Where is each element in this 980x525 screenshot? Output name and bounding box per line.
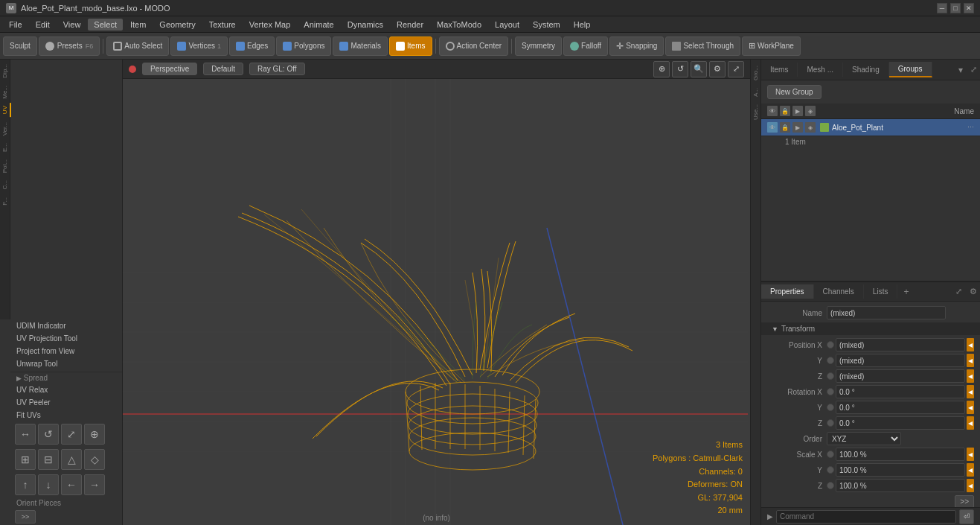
symmetry-button[interactable]: Symmetry [515,36,562,56]
command-run-button[interactable]: ⏎ [959,509,974,524]
prop-tab-lists[interactable]: Lists [864,284,898,299]
pos-y-arrow[interactable]: ◀ [967,354,974,367]
scale-y-input[interactable] [836,463,965,477]
edges-button[interactable]: Edges [229,36,275,56]
auto-select-button[interactable]: Auto Select [106,36,169,56]
menu-texture[interactable]: Texture [203,19,242,31]
tool-icon-b[interactable]: ⊟ [38,449,59,470]
menu-system[interactable]: System [527,19,566,31]
rot-y-arrow[interactable]: ◀ [967,401,974,414]
item-render-icon[interactable]: ▶ [792,122,803,133]
window-controls[interactable]: ─ □ ✕ [937,3,974,13]
menu-help[interactable]: Help [568,19,597,31]
tool-icon-d[interactable]: ◇ [84,449,105,470]
tab-maximize-icon[interactable]: ⤢ [967,62,980,77]
vp-tool-select[interactable]: ⊕ [653,61,670,77]
sculpt-button[interactable]: Sculpt [3,36,37,56]
tool-project-from-view[interactable]: Project from View [10,345,122,357]
vp-tool-settings[interactable]: ⚙ [709,61,726,77]
polygons-button[interactable]: Polygons [276,36,331,56]
command-input[interactable] [776,510,956,524]
rot-x-arrow[interactable]: ◀ [967,385,974,398]
props-expand-button[interactable]: >> [955,495,974,507]
item-eye-icon[interactable]: 👁 [767,122,778,133]
prop-settings-icon[interactable]: ⚙ [967,284,980,299]
tool-icon-right[interactable]: → [84,474,105,495]
rot-z-input[interactable] [836,416,965,430]
pos-y-input[interactable] [836,354,965,367]
groups-item-row[interactable]: 👁 🔒 ▶ ◈ Aloe_Pot_Plant ⋯ [761,119,980,136]
tool-icon-left[interactable]: ← [61,474,82,495]
pos-x-arrow[interactable]: ◀ [967,338,974,351]
name-input[interactable] [827,306,946,319]
strip-c[interactable]: C... [0,177,10,192]
tool-icon-rotate[interactable]: ↺ [38,424,59,445]
menu-render[interactable]: Render [391,19,429,31]
minimize-button[interactable]: ─ [937,3,947,13]
tool-icon-scale[interactable]: ⤢ [61,424,82,445]
pos-z-input[interactable] [836,369,965,383]
menu-maxtomodo[interactable]: MaxToModo [431,19,487,31]
vps-use[interactable]: Use... [752,101,760,123]
tool-icon-c[interactable]: △ [61,449,82,470]
tool-uv-relax[interactable]: UV Relax [10,384,122,396]
menu-animate[interactable]: Animate [298,19,339,31]
tab-groups[interactable]: Groups [889,62,932,77]
scale-z-arrow[interactable]: ◀ [967,479,974,492]
menu-geometry[interactable]: Geometry [153,19,201,31]
icon-eye[interactable]: 👁 [767,106,778,116]
tool-icon-up[interactable]: ↑ [15,474,36,495]
menu-layout[interactable]: Layout [489,19,525,31]
pos-z-arrow[interactable]: ◀ [967,369,974,383]
icon-vis[interactable]: ◈ [805,106,816,116]
prop-expand-icon[interactable]: ⤢ [951,284,967,299]
pos-x-input[interactable] [836,338,965,351]
raygl-button[interactable]: Ray GL: Off [249,63,305,75]
menu-item[interactable]: Item [124,19,152,31]
presets-button[interactable]: Presets F6 [39,36,100,56]
scale-z-input[interactable] [836,479,965,492]
tool-unwrap[interactable]: Unwrap Tool [10,357,122,370]
scale-x-input[interactable] [836,448,965,461]
strip-pol[interactable]: Pol... [0,156,10,176]
tool-icon-transform[interactable]: ⊕ [84,424,105,445]
icon-lock[interactable]: 🔒 [780,106,790,116]
items-button[interactable]: Items [389,36,432,56]
strip-me[interactable]: Me... [0,83,10,102]
materials-button[interactable]: Materials [333,36,388,56]
new-group-button[interactable]: New Group [767,85,822,99]
tool-uv-peeler[interactable]: UV Peeler [10,396,122,409]
snapping-button[interactable]: ✛ Snapping [609,36,664,56]
viewport[interactable]: Perspective Default Ray GL: Off ⊕ ↺ 🔍 ⚙ … [123,60,750,525]
perspective-button[interactable]: Perspective [142,63,197,75]
rot-x-input[interactable] [836,385,965,398]
maximize-button[interactable]: □ [950,3,961,13]
select-through-button[interactable]: Select Through [665,36,740,56]
vp-tool-expand[interactable]: ⤢ [728,61,744,77]
expand-button[interactable]: >> [15,510,36,524]
menu-vertex-map[interactable]: Vertex Map [243,19,297,31]
vps-gro[interactable]: Gro... [752,63,760,83]
menu-view[interactable]: View [57,19,87,31]
default-button[interactable]: Default [203,63,243,75]
tab-expand-icon[interactable]: ▾ [954,62,967,78]
tool-icon-a[interactable]: ⊞ [15,449,36,470]
prop-tab-properties[interactable]: Properties [761,284,814,299]
prop-add-button[interactable]: + [897,284,915,300]
scale-x-arrow[interactable]: ◀ [967,448,974,461]
vp-tool-rotate[interactable]: ↺ [672,61,688,77]
strip-e[interactable]: E... [0,140,10,155]
item-lock-icon[interactable]: 🔒 [780,122,790,133]
item-vis-icon[interactable]: ◈ [805,122,816,133]
action-center-button[interactable]: Action Center [439,36,509,56]
workplane-button[interactable]: ⊞ WorkPlane [742,36,801,56]
icon-render[interactable]: ▶ [792,106,803,116]
menu-file[interactable]: File [3,19,28,31]
tool-uv-projection[interactable]: UV Projection Tool [10,332,122,345]
order-select[interactable]: XYZ [827,432,901,445]
scale-y-arrow[interactable]: ◀ [967,463,974,477]
vps-a[interactable]: A... [752,85,760,100]
viewport-content[interactable]: X Y Z 3 Items Polygons : Catmull-Clark C… [123,79,750,525]
prop-tab-channels[interactable]: Channels [814,284,864,299]
tab-items[interactable]: Items [761,63,798,77]
